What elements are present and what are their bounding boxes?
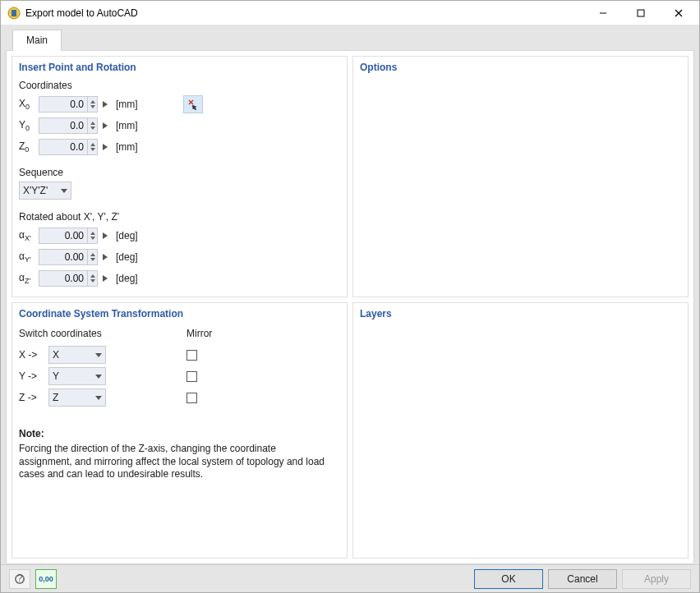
svg-text:?: ? [17,573,23,584]
coordinates-label: Coordinates [19,80,340,91]
rot-label-az: αZ' [19,272,39,285]
panel-coordinate-transform: Coordinate System Transformation Switch … [12,302,348,559]
minimize-button[interactable] [584,1,622,25]
dialog-footer: ? 0,00 OK Cancel Apply [1,564,699,592]
x0-unit: [mm] [116,99,138,110]
maximize-button[interactable] [622,1,660,25]
z0-input[interactable] [39,139,88,155]
ay-input[interactable] [39,249,88,265]
coord-label-y: Y0 [19,119,39,132]
mirror-label: Mirror [187,328,340,339]
z0-unit: [mm] [116,141,138,153]
window-title: Export model to AutoCAD [25,7,584,19]
switch-z-from: Z -> [19,392,48,403]
coord-label-x: X0 [19,98,39,111]
app-icon [7,7,21,20]
switch-x-from: X -> [19,349,48,361]
y0-spinner[interactable] [88,117,98,134]
ax-step-button[interactable] [99,228,111,244]
help-button[interactable]: ? [9,569,30,589]
sequence-dropdown[interactable]: X'Y'Z' [19,182,71,200]
rotated-label: Rotated about X', Y', Z' [19,211,340,223]
rot-label-ay: αY' [19,251,39,264]
ax-unit: [deg] [116,230,138,241]
close-button[interactable] [660,1,698,25]
az-input[interactable] [39,270,88,287]
rot-row-ay: αY' [deg] [19,247,340,267]
panel-title-layers: Layers [360,308,681,319]
panel-title-insert: Insert Point and Rotation [19,62,340,73]
y0-step-button[interactable] [99,117,111,134]
coord-label-z: Z0 [19,140,39,154]
sequence-value: X'Y'Z' [23,185,48,196]
panel-title-cst: Coordinate System Transformation [19,308,340,319]
panel-title-options: Options [360,62,681,73]
ay-unit: [deg] [116,251,138,263]
units-button[interactable]: 0,00 [35,569,57,589]
ax-spinner[interactable] [88,228,98,244]
coord-row-y: Y0 [mm] [19,116,340,136]
chevron-down-icon [61,189,67,193]
units-icon-text: 0,00 [39,575,53,583]
note-title: Note: [19,428,340,439]
az-step-button[interactable] [99,270,111,287]
coord-row-z: Z0 [mm] [19,137,340,157]
ay-step-button[interactable] [99,249,111,265]
tab-main[interactable]: Main [12,30,62,51]
chevron-down-icon [95,375,102,379]
switch-y-from: Y -> [19,370,48,382]
switch-y-dropdown[interactable]: Y [48,367,106,385]
y0-input[interactable] [39,117,88,134]
chevron-down-icon [95,353,102,357]
cancel-button[interactable]: Cancel [548,569,617,589]
sequence-label: Sequence [19,167,340,178]
ax-input[interactable] [39,228,88,244]
panel-options: Options [352,56,688,297]
z0-spinner[interactable] [88,139,98,155]
rot-row-az: αZ' [deg] [19,269,340,288]
y0-unit: [mm] [116,120,138,131]
az-unit: [deg] [116,273,138,284]
coord-row-x: X0 [mm] [19,94,340,114]
ay-spinner[interactable] [88,249,98,265]
switch-z-dropdown[interactable]: Z [48,388,106,407]
switch-coordinates-label: Switch coordinates [19,328,108,339]
apply-button[interactable]: Apply [622,569,691,589]
x0-step-button[interactable] [99,96,111,113]
svg-rect-3 [638,10,644,16]
chevron-down-icon [95,396,102,400]
client-area: Main Insert Point and Rotation Coordinat… [1,25,699,564]
rot-row-ax: αX' [deg] [19,226,340,246]
svg-rect-1 [12,10,16,16]
rot-label-ax: αX' [19,229,39,242]
z0-step-button[interactable] [99,139,111,155]
x0-input[interactable] [39,96,88,113]
tab-strip: Main [6,29,694,50]
mirror-z-checkbox[interactable] [187,393,197,403]
mirror-y-checkbox[interactable] [187,371,197,382]
panel-insert-point: Insert Point and Rotation Coordinates X0… [12,56,348,297]
az-spinner[interactable] [88,270,98,287]
pick-point-button[interactable] [183,95,203,113]
mirror-x-checkbox[interactable] [187,350,197,361]
switch-x-dropdown[interactable]: X [48,346,106,364]
tab-page-main: Insert Point and Rotation Coordinates X0… [6,50,694,564]
panel-layers: Layers [352,302,688,559]
ok-button[interactable]: OK [474,569,543,589]
x0-spinner[interactable] [88,96,98,113]
note-text: Forcing the direction of the Z-axis, cha… [19,443,331,481]
title-bar: Export model to AutoCAD [1,1,699,25]
